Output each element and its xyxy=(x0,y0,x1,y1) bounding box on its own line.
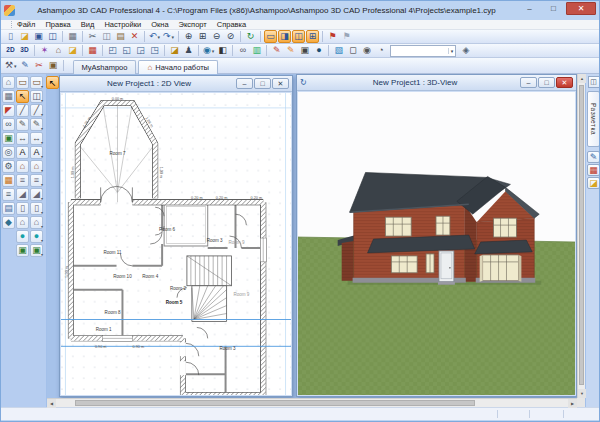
horizontal-scrollbar[interactable]: ◀ ▶ xyxy=(47,398,577,407)
tab-getting-started[interactable]: ⌂Начало работы xyxy=(138,60,218,74)
materials-grid-button[interactable]: ▦ xyxy=(587,164,600,176)
window-columns-button[interactable]: ◳ xyxy=(148,44,161,57)
dome-type-tool-button[interactable]: ●▾ xyxy=(30,230,43,243)
material-grid-button[interactable]: ▦ xyxy=(86,44,99,57)
column-type-tool-dropdown-icon[interactable]: ▾ xyxy=(41,210,43,215)
text-tool-button[interactable]: A xyxy=(16,146,29,159)
cut-button[interactable]: ✂ xyxy=(86,30,99,43)
line-type-tool-button[interactable]: ╱▾ xyxy=(30,104,43,117)
paste-button[interactable]: ▤ xyxy=(114,30,127,43)
image-type-tool-dropdown-icon[interactable]: ▾ xyxy=(41,252,43,257)
new-project-button[interactable]: ▯ xyxy=(4,30,17,43)
corner-marker-button[interactable]: ◤ xyxy=(2,104,15,117)
scroll-left-button[interactable]: ◀ xyxy=(47,399,56,408)
background-image-button[interactable]: ▣ xyxy=(2,132,15,145)
dome-tool-button[interactable]: ● xyxy=(16,230,29,243)
render-3d-canvas[interactable] xyxy=(298,92,575,395)
window-cascade-button[interactable]: ◰ xyxy=(106,44,119,57)
window-tool-dropdown-icon[interactable]: ▾ xyxy=(41,98,43,103)
dimension-type-tool-dropdown-icon[interactable]: ▾ xyxy=(41,140,43,145)
scroll-right-button[interactable]: ▶ xyxy=(568,399,577,408)
protection-shield-button[interactable]: ◆ xyxy=(2,216,15,229)
refresh-view-button[interactable]: ↻ xyxy=(244,30,257,43)
scroll-up-button[interactable]: ▲ xyxy=(578,74,586,83)
zoom-window-button[interactable]: ⊞ xyxy=(196,30,209,43)
wall-tool-button[interactable]: ▭ xyxy=(16,76,29,89)
house-type-tool-dropdown-icon[interactable]: ▾ xyxy=(41,168,43,173)
pencil-type-tool-dropdown-icon[interactable]: ▾ xyxy=(41,126,43,131)
layout-pointer-view-button[interactable]: ◨ xyxy=(278,30,291,43)
save-all-button[interactable]: ◫ xyxy=(46,30,59,43)
horizontal-scroll-thumb[interactable] xyxy=(75,400,475,406)
menu-edit[interactable]: Правка xyxy=(45,20,70,29)
find-edit-button[interactable]: ✎ xyxy=(19,59,32,72)
building-type-tool-button[interactable]: ⌂▾ xyxy=(30,216,43,229)
flag-marker-button[interactable]: ⚑ xyxy=(326,30,339,43)
wall-type-tool-dropdown-icon[interactable]: ▾ xyxy=(41,84,43,89)
menu-windows[interactable]: Окна xyxy=(151,20,168,29)
view-globe-dropdown-icon[interactable]: ▾ xyxy=(212,48,215,54)
select-tool-button[interactable]: ↖ xyxy=(16,90,29,103)
undo-dropdown-icon[interactable]: ▾ xyxy=(158,34,161,40)
color-settings-button[interactable]: ▥ xyxy=(250,44,263,57)
layout-quad-view-button[interactable]: ⊞ xyxy=(306,30,319,43)
redo-button[interactable]: ↷▾ xyxy=(162,30,175,43)
chart-view-button[interactable]: ▧ xyxy=(332,44,345,57)
wizard-folder-button[interactable]: ◪ xyxy=(66,44,79,57)
link-views-button[interactable]: ∞ xyxy=(236,44,249,57)
redo-dropdown-icon[interactable]: ▾ xyxy=(172,34,175,40)
print-button[interactable]: ▦ xyxy=(66,30,79,43)
wall-type-tool-button[interactable]: ▭▾ xyxy=(30,76,43,89)
monitor-view-button[interactable]: ◻ xyxy=(346,44,359,57)
tools-wrench-button[interactable]: ⚒▾ xyxy=(4,59,18,72)
mode-2d-button[interactable]: 2D xyxy=(4,44,17,57)
notes-list-button[interactable]: ≡ xyxy=(2,188,15,201)
save-view-button[interactable]: ◈ xyxy=(459,44,472,57)
wizard-wand-button[interactable]: ✶ xyxy=(38,44,51,57)
window-2d-view[interactable]: New Project1 : 2D View – □ ✕ xyxy=(59,75,293,397)
wizard-house-button[interactable]: ⌂ xyxy=(52,44,65,57)
export-image-button[interactable]: ▣ xyxy=(47,59,60,72)
open-project-button[interactable]: ◪ xyxy=(18,30,31,43)
railing-tool-button[interactable]: ≡ xyxy=(16,174,29,187)
roof-type-tool-button[interactable]: ◢▾ xyxy=(30,188,43,201)
catalog-folder-button[interactable]: ◪ xyxy=(587,177,600,189)
text-type-tool-button[interactable]: A▾ xyxy=(30,146,43,159)
flag-marker-disabled-button[interactable]: ⚑ xyxy=(340,30,353,43)
menu-file[interactable]: Файл xyxy=(17,20,35,29)
autohide-pin-icon[interactable]: ◫ xyxy=(588,76,600,88)
globe-dark-button[interactable]: ● xyxy=(312,44,325,57)
roof-type-tool-dropdown-icon[interactable]: ▾ xyxy=(41,196,43,201)
vertical-scrollbar[interactable]: ▲ ▼ xyxy=(577,74,585,398)
edit-pen-red-button[interactable]: ✎ xyxy=(270,44,283,57)
mode-3d-button[interactable]: 3D xyxy=(18,44,31,57)
window-2d-maximize-button[interactable]: □ xyxy=(254,78,271,89)
window-3d-titlebar[interactable]: ↻ New Project1 : 3D-View – □ ✕ xyxy=(297,75,576,91)
window-3d-maximize-button[interactable]: □ xyxy=(538,77,555,88)
text-type-tool-dropdown-icon[interactable]: ▾ xyxy=(41,154,43,159)
remove-scissors-button[interactable]: ✂ xyxy=(33,59,46,72)
copy-button[interactable]: ◫ xyxy=(100,30,113,43)
menu-view[interactable]: Вид xyxy=(81,20,95,29)
menu-settings[interactable]: Настройки xyxy=(104,20,141,29)
pencil-type-tool-button[interactable]: ✎▾ xyxy=(30,118,43,131)
save-button[interactable]: ▣ xyxy=(32,30,45,43)
dimension-tool-button[interactable]: ↔ xyxy=(16,132,29,145)
layout-single-view-button[interactable]: ▭ xyxy=(264,30,277,43)
house-tool-button[interactable]: ⌂ xyxy=(16,160,29,173)
sketch-pencil-tool-button[interactable]: ✎ xyxy=(16,118,29,131)
tab-myashampoo[interactable]: MyAshampoo xyxy=(73,60,137,74)
project-home-button[interactable]: ⌂ xyxy=(2,76,15,89)
image-preview-button[interactable]: ◎ xyxy=(2,146,15,159)
view-contrast-button[interactable]: ◧ xyxy=(216,44,229,57)
vertical-scroll-thumb[interactable] xyxy=(579,85,584,385)
close-button[interactable]: ✕ xyxy=(566,2,596,15)
dimension-type-tool-button[interactable]: ↔▾ xyxy=(30,132,43,145)
texture-pencil-button[interactable]: ✎ xyxy=(587,151,600,163)
raster-image-button[interactable]: ▤ xyxy=(2,202,15,215)
window-2d-close-button[interactable]: ✕ xyxy=(272,78,289,89)
undo-button[interactable]: ↶▾ xyxy=(148,30,161,43)
maximize-button[interactable]: □ xyxy=(542,2,565,15)
window-2d-minimize-button[interactable]: – xyxy=(236,78,253,89)
search-binoculars-button[interactable]: ∞ xyxy=(2,118,15,131)
